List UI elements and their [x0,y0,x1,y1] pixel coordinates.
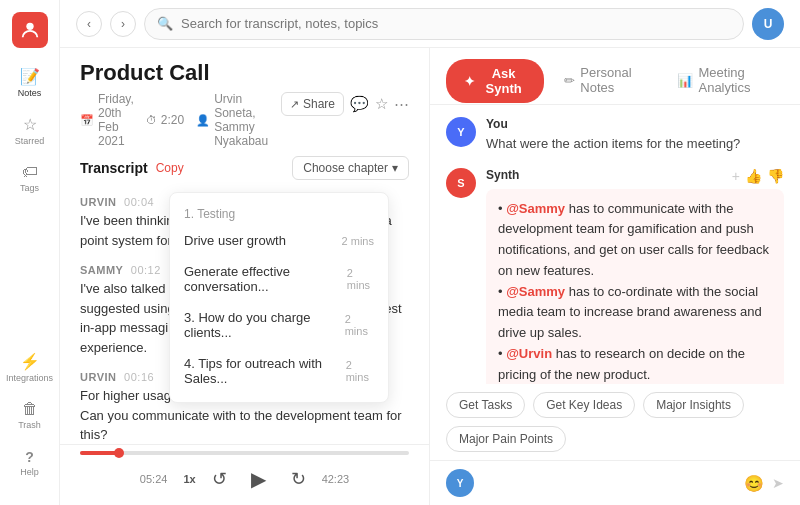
chat-input[interactable] [482,476,736,491]
player-controls: 05:24 1x ↺ ▶ ↻ 42:23 [60,457,429,505]
thumbdown-action-button[interactable]: 👎 [767,168,784,184]
search-input[interactable] [181,16,731,31]
clock-icon: ⏱ [146,114,157,126]
chat-sender-0: You [486,117,784,131]
page-header: Product Call 📅 Friday, 20th Feb 2021 ⏱ 2… [60,48,429,148]
tags-icon: 🏷 [22,163,38,181]
sidebar-item-integrations-label: Integrations [6,373,53,383]
notes-icon: 📝 [20,67,40,86]
topbar: ‹ › 🔍 U [60,0,800,48]
chat-content-1: Synth + 👍 👎 • @Sammy has to communicate … [486,168,784,385]
dropdown-item-label-2: 3. How do you charge clients... [184,310,345,340]
participants-meta: 👤 Urvin Soneta, Sammy Nyakabau [196,92,273,148]
comment-button[interactable]: 💬 [350,95,369,113]
app-logo [12,12,48,48]
tab-personal-notes[interactable]: ✏ Personal Notes [552,58,657,102]
chat-input-area: Y 😊 ➤ [430,460,800,505]
chapter-button[interactable]: Choose chapter ▾ [292,156,409,180]
rewind-button[interactable]: ↺ [212,468,227,490]
chart-icon: 📊 [677,73,693,88]
dropdown-item-label-1: Generate effective conversation... [184,264,347,294]
dropdown-item-time-0: 2 mins [342,235,374,247]
sparkle-icon: ✦ [464,74,475,89]
dropdown-item-time-1: 2 mins [347,267,374,291]
plus-action-button[interactable]: + [732,168,740,184]
emoji-button[interactable]: 😊 [744,474,764,493]
dropdown-item-2[interactable]: 3. How do you charge clients... 2 mins [170,302,388,348]
transcript-header: Transcript Copy Choose chapter ▾ 1. Test… [60,148,429,188]
quick-btn-insights[interactable]: Major Insights [643,392,744,418]
share-label: Share [303,97,335,111]
chat-avatar-1: S [446,168,476,198]
page-title: Product Call [80,60,273,86]
main-area: ‹ › 🔍 U Product Call 📅 Friday, 20th Feb … [60,0,800,505]
date-meta: 📅 Friday, 20th Feb 2021 [80,92,134,148]
left-panel: Product Call 📅 Friday, 20th Feb 2021 ⏱ 2… [60,48,430,505]
synth-line-1: • @Sammy has to co-ordinate with the soc… [498,282,772,344]
integrations-icon: ⚡ [20,352,40,371]
time-1: 00:12 [131,264,161,276]
star-button[interactable]: ☆ [375,95,388,113]
quick-btn-key-ideas[interactable]: Get Key Ideas [533,392,635,418]
synth-bubble: • @Sammy has to communicate with the dev… [486,189,784,385]
synth-line-0: • @Sammy has to communicate with the dev… [498,199,772,282]
send-button[interactable]: ➤ [772,474,784,493]
duration-label: 2:20 [161,113,184,127]
total-time: 42:23 [322,473,350,485]
search-bar[interactable]: 🔍 [144,8,744,40]
progress-bar-area [60,444,429,457]
progress-thumb [114,448,124,458]
dropdown-item-3[interactable]: 4. Tips for outreach with Sales... 2 min… [170,348,388,394]
svg-point-0 [26,23,33,30]
dropdown-testing-label: 1. Testing [170,201,388,225]
star-icon: ☆ [23,115,37,134]
tab-meeting-analytics[interactable]: 📊 Meeting Analytics [665,58,784,102]
content-area: Product Call 📅 Friday, 20th Feb 2021 ⏱ 2… [60,48,800,505]
sidebar-item-trash[interactable]: 🗑 Trash [8,393,52,437]
sidebar-item-notes[interactable]: 📝 Notes [8,60,52,104]
back-button[interactable]: ‹ [76,11,102,37]
chapter-button-label: Choose chapter [303,161,388,175]
play-button[interactable]: ▶ [243,463,275,495]
dropdown-item-0[interactable]: Drive user growth 2 mins [170,225,388,256]
dropdown-item-time-3: 2 mins [346,359,374,383]
chat-message-1: S Synth + 👍 👎 • @Sammy has to communicat… [446,168,784,385]
dropdown-item-time-2: 2 mins [345,313,374,337]
current-time: 05:24 [140,473,168,485]
share-button[interactable]: ↗ Share [281,92,344,116]
sidebar: 📝 Notes ☆ Starred 🏷 Tags ⚡ Integrations … [0,0,60,505]
tab-bar: ✦ Ask Synth ✏ Personal Notes 📊 Meeting A… [430,48,800,105]
chat-sender-1: Synth [486,168,519,182]
sidebar-item-trash-label: Trash [18,420,41,430]
date-label: Friday, 20th Feb 2021 [98,92,134,148]
speed-button[interactable]: 1x [183,473,195,485]
sidebar-item-starred[interactable]: ☆ Starred [8,108,52,152]
user-icon: 👤 [196,114,210,127]
sidebar-item-notes-label: Notes [18,88,42,98]
quick-btn-pain-points[interactable]: Major Pain Points [446,426,566,452]
chat-input-avatar: Y [446,469,474,497]
trash-icon: 🗑 [22,400,38,418]
progress-track[interactable] [80,451,409,455]
thumbup-action-button[interactable]: 👍 [745,168,762,184]
tab-ask-synth[interactable]: ✦ Ask Synth [446,59,544,103]
dropdown-item-1[interactable]: Generate effective conversation... 2 min… [170,256,388,302]
chat-area: Y You What were the action items for the… [430,105,800,384]
transcript-label: Transcript [80,160,148,176]
chat-input-actions: 😊 ➤ [744,474,784,493]
forward-button[interactable]: › [110,11,136,37]
copy-button[interactable]: Copy [156,161,184,175]
sidebar-item-tags[interactable]: 🏷 Tags [8,156,52,200]
sidebar-item-starred-label: Starred [15,136,45,146]
quick-btn-tasks[interactable]: Get Tasks [446,392,525,418]
chapter-dropdown: 1. Testing Drive user growth 2 mins Gene… [169,192,389,403]
quick-actions: Get Tasks Get Key Ideas Major Insights M… [430,384,800,460]
forward-skip-button[interactable]: ↻ [291,468,306,490]
calendar-icon: 📅 [80,114,94,127]
sidebar-item-help-label: Help [20,467,39,477]
duration-meta: ⏱ 2:20 [146,113,184,127]
sidebar-item-help[interactable]: ? Help [8,441,52,485]
sidebar-item-integrations[interactable]: ⚡ Integrations [8,345,52,389]
more-button[interactable]: ⋯ [394,95,409,113]
chat-message-0: Y You What were the action items for the… [446,117,784,154]
